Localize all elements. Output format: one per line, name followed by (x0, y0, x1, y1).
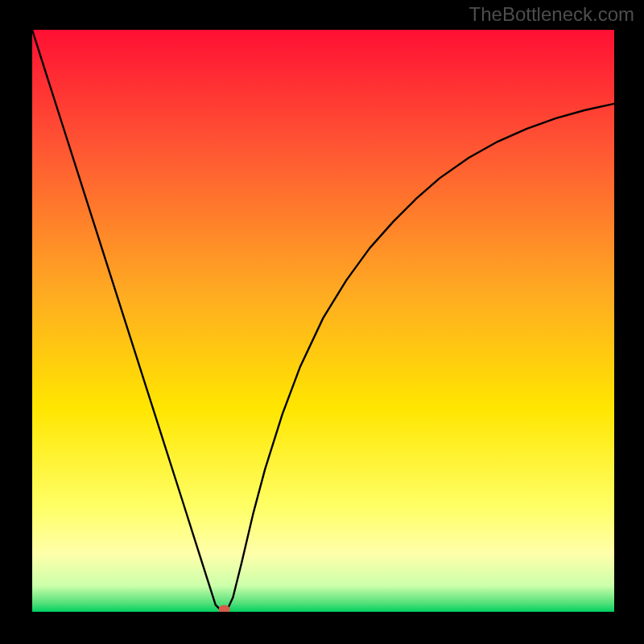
plot-background (32, 30, 614, 612)
bottleneck-chart (0, 0, 644, 644)
chart-frame: TheBottleneck.com (0, 0, 644, 644)
watermark-text: TheBottleneck.com (469, 3, 634, 26)
optimum-marker (219, 605, 230, 614)
